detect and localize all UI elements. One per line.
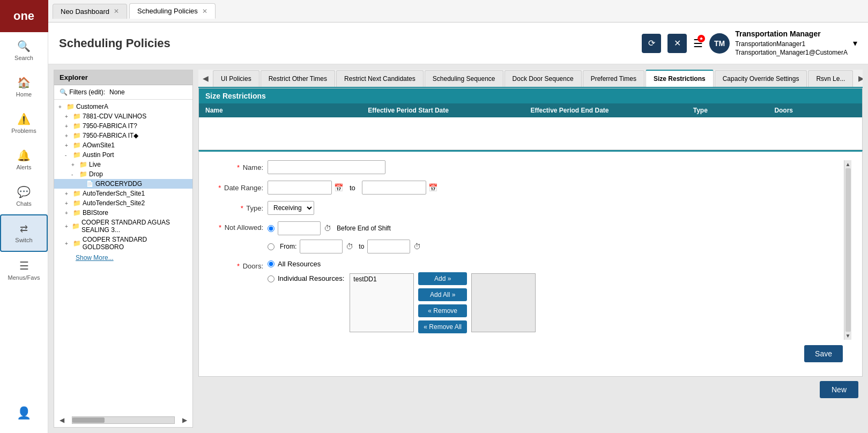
- name-input[interactable]: [268, 160, 385, 174]
- tree-item-austin-port[interactable]: - 📁 Austin Port: [54, 150, 192, 160]
- time-to-picker-icon[interactable]: ⏱: [413, 242, 421, 251]
- sidebar-item-user-avatar[interactable]: 👤: [0, 399, 48, 428]
- tree-item-aownsite1[interactable]: + 📁 AOwnSite1: [54, 140, 192, 150]
- scroll-right-arrow[interactable]: ▶: [179, 414, 190, 426]
- tree-item-groceryddg[interactable]: 📄 GROCERYDDG: [54, 179, 192, 189]
- tree-item-7950b[interactable]: + 📁 7950-FABRICA IT◆: [54, 131, 192, 140]
- folder-icon: 📁: [73, 190, 81, 197]
- refresh-button[interactable]: ⟳: [642, 34, 661, 53]
- tree-label: 7950-FABRICA IT◆: [83, 132, 138, 139]
- date-end-wrap: 📅: [362, 181, 437, 195]
- sidebar-item-alerts[interactable]: 🔔 Alerts: [0, 141, 48, 178]
- remove-all-button[interactable]: « Remove All: [418, 320, 467, 333]
- tree-label: Drop: [89, 170, 103, 178]
- switch-icon: ⇄: [20, 223, 28, 235]
- explorer-filter: 🔍 Filters (edit): None: [54, 85, 192, 100]
- scroll-left-arrow[interactable]: ◀: [56, 414, 68, 426]
- sidebar-item-switch[interactable]: ⇄ Switch: [0, 214, 48, 252]
- tree-item-bbistore[interactable]: + 📁 BBIStore: [54, 208, 192, 218]
- sidebar-item-problems[interactable]: ⚠️ Problems: [0, 105, 48, 141]
- tab-close-scheduling[interactable]: ✕: [202, 8, 207, 15]
- content-area: Explorer 🔍 Filters (edit): None + 📁 Cust…: [48, 64, 868, 433]
- close-button[interactable]: ✕: [667, 34, 687, 53]
- time-to-input[interactable]: [367, 240, 410, 253]
- tab-scroll-left[interactable]: ◀: [198, 71, 213, 86]
- tab-rsvn[interactable]: Rsvn Le...: [808, 70, 853, 87]
- time-picker-icon[interactable]: ⏱: [324, 224, 331, 233]
- folder-icon: 📁: [73, 122, 81, 130]
- tree-item-7881[interactable]: + 📁 7881-CDV VALINHOS: [54, 111, 192, 121]
- radio-from[interactable]: [268, 243, 275, 250]
- to-label: to: [359, 243, 364, 250]
- date-end-input[interactable]: [362, 181, 426, 195]
- notif-dot: ★: [698, 35, 705, 42]
- folder-icon: 📁: [73, 199, 81, 207]
- doors-label: * Doors:: [210, 260, 263, 270]
- scroll-up-arrow[interactable]: ▲: [845, 161, 851, 167]
- sidebar-item-home[interactable]: 🏠 Home: [0, 69, 48, 105]
- type-select[interactable]: Receiving Shipping Both: [268, 201, 314, 215]
- tab-close-neo[interactable]: ✕: [114, 8, 119, 15]
- tree-item-auto1[interactable]: + 📁 AutoTenderSch_Site1: [54, 189, 192, 198]
- selected-resources-list[interactable]: [471, 273, 536, 332]
- save-row: Save: [210, 340, 851, 368]
- scroll-down-arrow[interactable]: ▼: [845, 333, 851, 339]
- tab-scheduling-policies[interactable]: Scheduling Policies ✕: [129, 3, 216, 19]
- tab-dock-door[interactable]: Dock Door Sequence: [505, 70, 582, 87]
- tab-size-restrictions[interactable]: Size Restrictions: [646, 70, 714, 88]
- tree-item-customerA[interactable]: + 📁 CustomerA: [54, 102, 192, 111]
- tab-restrict-other[interactable]: Restrict Other Times: [261, 70, 335, 87]
- user-avatar: TM: [709, 33, 730, 54]
- add-all-button[interactable]: Add All »: [418, 288, 467, 301]
- col-doors: Doors: [774, 107, 856, 114]
- tree-item-cooper-aguas[interactable]: + 📁 COOPER STANDARD AGUAS SEALING 3...: [54, 218, 192, 235]
- user-name: Transportation Manager: [735, 29, 848, 40]
- radio-individual-resources[interactable]: [268, 275, 275, 282]
- save-button[interactable]: Save: [804, 345, 843, 362]
- sidebar-item-chats[interactable]: 💬 Chats: [0, 178, 48, 214]
- problems-icon: ⚠️: [17, 113, 31, 125]
- time-from-input[interactable]: [300, 240, 343, 253]
- new-button[interactable]: New: [820, 381, 858, 398]
- sidebar-item-label: Home: [16, 91, 32, 98]
- calendar-end-icon[interactable]: 📅: [428, 183, 437, 192]
- folder-icon: 📁: [72, 222, 80, 230]
- notification-badge[interactable]: ☰ ★: [693, 37, 703, 50]
- remove-button[interactable]: « Remove: [418, 304, 467, 317]
- tree-item-cooper-goldsboro[interactable]: + 📁 COOPER STANDARD GOLDSBORO: [54, 235, 192, 252]
- time-from-picker-icon[interactable]: ⏱: [346, 242, 353, 251]
- show-more-link[interactable]: Show More...: [65, 254, 114, 262]
- tab-scroll-right[interactable]: ▶: [854, 71, 863, 86]
- table-title: Size Restrictions: [199, 88, 862, 103]
- sidebar: one 🔍 Search 🏠 Home ⚠️ Problems 🔔 Alerts…: [0, 0, 48, 433]
- add-button[interactable]: Add »: [418, 272, 467, 285]
- tab-preferred-times[interactable]: Preferred Times: [583, 70, 644, 87]
- tree-item-drop[interactable]: - 📁 Drop: [54, 169, 192, 179]
- available-resources-list[interactable]: testDD1: [350, 273, 414, 332]
- user-dropdown-icon[interactable]: ▾: [853, 38, 857, 48]
- tree-item-live[interactable]: + 📁 Live: [54, 160, 192, 169]
- time-before-input[interactable]: [278, 221, 321, 235]
- calendar-start-icon[interactable]: 📅: [334, 183, 343, 192]
- date-start-input[interactable]: [268, 181, 332, 195]
- tree-label: AutoTenderSch_Site1: [83, 190, 145, 197]
- user-info: TM Transportation Manager Transportation…: [709, 29, 857, 57]
- page-title: Scheduling Policies: [59, 36, 170, 50]
- tree-item-auto2[interactable]: + 📁 AutoTenderSch_Site2: [54, 198, 192, 208]
- sidebar-item-menus[interactable]: ☰ Menus/Favs: [0, 252, 48, 288]
- expand-icon: +: [58, 104, 65, 110]
- tree-label: 7881-CDV VALINHOS: [83, 113, 146, 120]
- tab-scheduling-sequence[interactable]: Scheduling Sequence: [425, 70, 503, 87]
- filter-label: 🔍 Filters (edit):: [60, 88, 105, 96]
- radio-before-end[interactable]: [268, 225, 275, 232]
- radio-all-resources[interactable]: [268, 260, 275, 267]
- list-item-testDD1[interactable]: testDD1: [350, 274, 413, 285]
- tab-capacity-override[interactable]: Capacity Override Settings: [715, 70, 807, 87]
- not-allowed-label: * Not Allowed:: [210, 221, 263, 232]
- tab-restrict-next[interactable]: Restrict Next Candidates: [336, 70, 424, 87]
- tab-ui-policies[interactable]: UI Policies: [213, 70, 259, 87]
- tab-neo-dashboard[interactable]: Neo Dashboard ✕: [53, 4, 127, 19]
- tree-item-7950a[interactable]: + 📁 7950-FABRICA IT?: [54, 121, 192, 131]
- sidebar-item-search[interactable]: 🔍 Search: [0, 32, 48, 69]
- tree-label: AOwnSite1: [83, 141, 115, 149]
